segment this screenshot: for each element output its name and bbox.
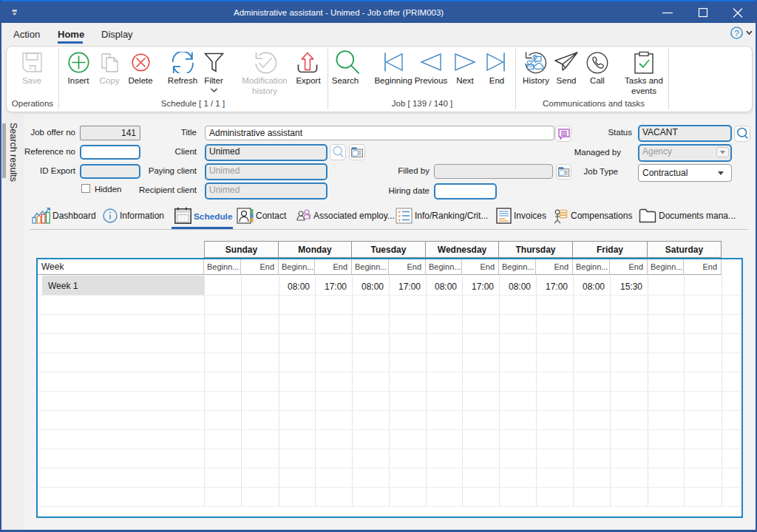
svg-text:?: ? <box>308 213 311 219</box>
svg-text:?: ? <box>734 29 739 38</box>
